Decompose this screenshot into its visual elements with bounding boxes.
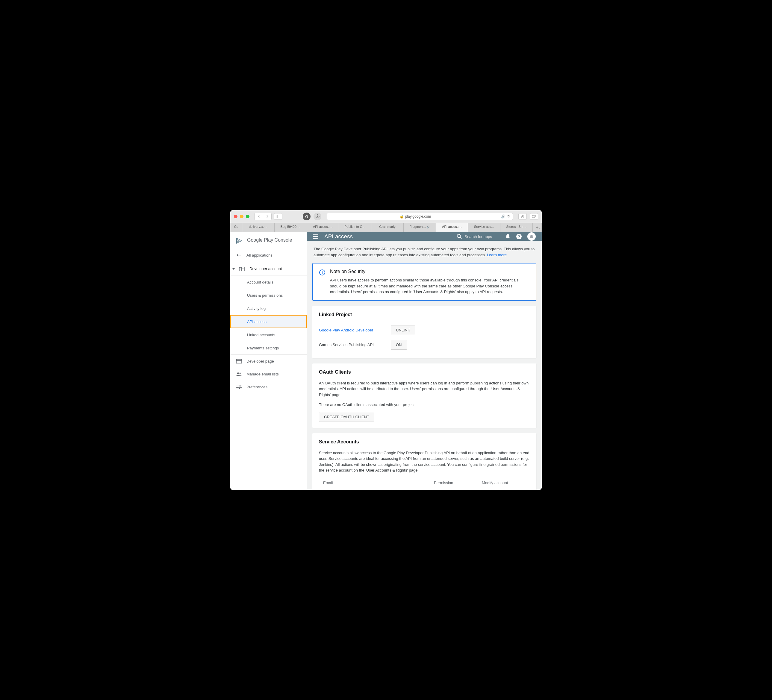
titlebar-right — [518, 213, 538, 220]
service-accounts-description: Service accounts allow access to the Goo… — [319, 450, 530, 473]
sidebar-item-api-access[interactable]: API access — [230, 315, 307, 328]
svg-point-20 — [240, 373, 241, 374]
games-services-toggle[interactable]: On — [391, 340, 407, 350]
tab[interactable]: Fragmen… — [404, 223, 436, 232]
close-window-button[interactable] — [234, 215, 237, 218]
sidebar-preferences[interactable]: Preferences — [230, 381, 307, 393]
sidebar: Google Play Console All applications Dev… — [230, 232, 307, 490]
notifications-icon[interactable] — [505, 234, 510, 239]
svg-text:?: ? — [518, 234, 520, 239]
audio-icon[interactable]: 🔊 — [501, 214, 505, 219]
main-body: The Google Play Developer Publishing API… — [307, 241, 542, 490]
sidebar-toggle-button[interactable] — [274, 213, 282, 220]
svg-point-19 — [237, 373, 239, 374]
svg-rect-34 — [530, 235, 531, 236]
help-icon[interactable]: ? — [516, 234, 522, 239]
sidebar-manage-email-lists[interactable]: Manage email lists — [230, 368, 307, 381]
svg-rect-14 — [243, 268, 244, 268]
toolbar-extensions: G ⓘ — [303, 213, 321, 220]
app-shell: Google Play Console All applications Dev… — [230, 232, 542, 490]
svg-rect-10 — [241, 268, 241, 269]
address-bar[interactable]: 🔒play.google.com 🔊↻ — [327, 213, 513, 220]
logo-text: Google Play Console — [247, 237, 292, 243]
browser-tabs: Cc delivery.ac… Bug 59400:… API access… … — [230, 223, 542, 232]
sidebar-developer-page[interactable]: Developer page — [230, 355, 307, 368]
tab[interactable]: Bug 59400:… — [275, 223, 307, 232]
account-avatar[interactable] — [527, 232, 536, 241]
topbar-icons: ? — [505, 232, 536, 241]
content: API access Search for apps ? The Google … — [307, 232, 542, 490]
oauth-description: An OAuth client is required to build int… — [319, 380, 530, 398]
topbar: API access Search for apps ? — [307, 232, 542, 241]
tab[interactable]: API access… — [307, 223, 339, 232]
sidebar-item-payments-settings[interactable]: Payments settings — [230, 341, 307, 355]
search-icon — [457, 234, 462, 239]
oauth-empty-text: There are no OAuth clients associated wi… — [319, 402, 530, 408]
security-body: API users have access to perform actions… — [330, 277, 530, 295]
sidebar-developer-account[interactable]: Developer account — [230, 262, 307, 275]
back-button[interactable] — [255, 213, 263, 220]
linked-project-name[interactable]: Google Play Android Developer — [319, 328, 385, 332]
new-tab-button[interactable]: + — [533, 223, 542, 232]
games-services-label: Games Services Publishing API — [319, 342, 385, 347]
tab[interactable]: Stores · Sm… — [500, 223, 533, 232]
search-button[interactable]: Search for apps — [457, 234, 492, 239]
menu-button[interactable] — [313, 234, 318, 239]
svg-rect-13 — [242, 268, 243, 268]
page-title: API access — [324, 233, 451, 240]
sidebar-all-applications[interactable]: All applications — [230, 248, 307, 262]
view-in-developers-console-link[interactable]: View in Google Developers Console — [482, 490, 530, 490]
svg-rect-24 — [237, 387, 238, 388]
share-button[interactable] — [518, 213, 527, 220]
th-permission: Permission — [434, 481, 482, 485]
caret-down-icon — [232, 267, 235, 270]
tab[interactable]: Grammarly — [371, 223, 404, 232]
service-table-head: Email Permission Modify account — [319, 478, 530, 488]
intro-text: The Google Play Developer Publishing API… — [312, 246, 536, 258]
svg-point-30 — [457, 234, 461, 238]
tab-active[interactable]: API access… — [436, 223, 468, 232]
tab[interactable]: Cc — [230, 223, 242, 232]
svg-rect-40 — [322, 272, 322, 274]
logo[interactable]: Google Play Console — [230, 232, 307, 248]
sidebar-item-linked-accounts[interactable]: Linked accounts — [230, 328, 307, 341]
lock-icon: 🔒 — [399, 214, 404, 219]
svg-rect-26 — [239, 388, 240, 389]
tab[interactable]: delivery.ac… — [242, 223, 275, 232]
oauth-title: OAuth Clients — [319, 370, 530, 375]
tab[interactable]: Service acc… — [468, 223, 500, 232]
search-placeholder: Search for apps — [465, 234, 492, 239]
th-modify: Modify account — [482, 481, 530, 485]
sidebar-item-users-permissions[interactable]: Users & permissions — [230, 289, 307, 302]
extension-icon[interactable]: ⓘ — [314, 213, 321, 220]
building-icon — [239, 267, 245, 271]
linked-project-card: Linked Project Google Play Android Devel… — [312, 306, 536, 358]
maximize-window-button[interactable] — [246, 215, 249, 218]
nav-arrows — [254, 213, 272, 220]
svg-rect-7 — [239, 267, 242, 271]
sidebar-item-account-details[interactable]: Account details — [230, 275, 307, 289]
create-oauth-client-button[interactable]: Create OAuth Client — [319, 412, 375, 422]
info-icon — [319, 270, 325, 295]
security-title: Note on Security — [330, 269, 530, 274]
titlebar: G ⓘ 🔒play.google.com 🔊↻ — [230, 210, 542, 223]
tune-icon — [236, 385, 242, 389]
svg-rect-0 — [276, 215, 280, 218]
sidebar-item-activity-log[interactable]: Activity log — [230, 302, 307, 315]
svg-rect-22 — [240, 385, 240, 386]
service-accounts-title: Service Accounts — [319, 439, 530, 445]
page-icon — [236, 359, 242, 363]
oauth-clients-card: OAuth Clients An OAuth client is require… — [312, 363, 536, 428]
forward-button[interactable] — [263, 213, 271, 220]
tab[interactable]: Publish to G… — [339, 223, 371, 232]
minimize-window-button[interactable] — [240, 215, 244, 218]
learn-more-link[interactable]: Learn more — [487, 253, 507, 257]
grammarly-extension-icon[interactable]: G — [303, 213, 311, 220]
svg-rect-12 — [241, 269, 241, 270]
unlink-button[interactable]: Unlink — [391, 325, 415, 335]
svg-point-37 — [532, 237, 533, 237]
refresh-icon[interactable]: ↻ — [507, 214, 510, 219]
tabs-overview-button[interactable] — [530, 213, 538, 220]
service-table-row: Grant Access View in Google Developers C… — [319, 488, 530, 490]
th-email: Email — [319, 481, 434, 485]
